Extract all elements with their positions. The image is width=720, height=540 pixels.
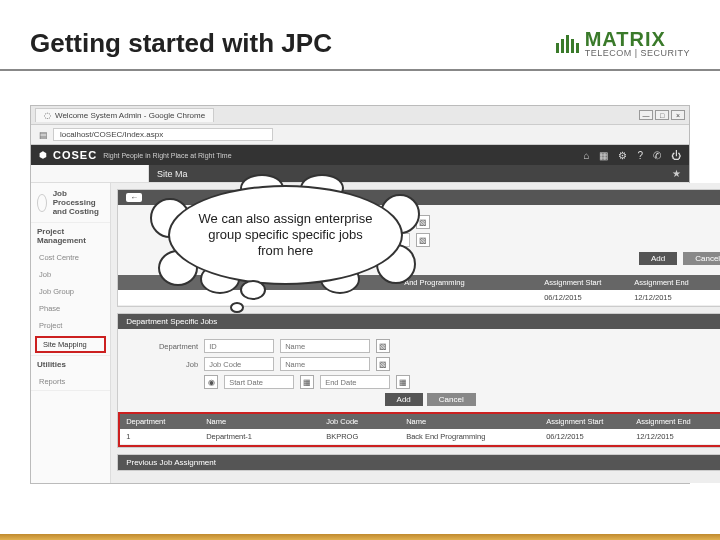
tab-title: Welcome System Admin - Google Chrome bbox=[55, 111, 205, 120]
logo-main-text: MATRIX bbox=[585, 29, 690, 49]
slide-bottom-border bbox=[0, 534, 720, 540]
nav-subgroup-pm[interactable]: Project Management bbox=[31, 223, 110, 249]
g2h3: Job Code bbox=[320, 414, 400, 429]
lookup-icon[interactable]: ▧ bbox=[376, 357, 390, 371]
radio-icon[interactable]: ◉ bbox=[204, 375, 218, 389]
g2r1c4: Back End Programming bbox=[400, 429, 540, 444]
grid2-row[interactable]: 1 Department-1 BKPROG Back End Programmi… bbox=[120, 429, 720, 445]
jpc-icon bbox=[37, 194, 47, 212]
g1h6: Assignment End bbox=[628, 275, 718, 290]
help-icon[interactable]: ? bbox=[637, 150, 643, 161]
callout-cloud: We can also assign enterprise group spec… bbox=[150, 180, 420, 310]
callout-text: We can also assign enterprise group spec… bbox=[168, 185, 403, 285]
grid2-header: Department Name Job Code Name Assignment… bbox=[120, 414, 720, 429]
g2h5: Assignment Start bbox=[540, 414, 630, 429]
cloud-tail-icon bbox=[240, 280, 266, 300]
job-label: Job bbox=[128, 360, 198, 369]
g2r1c3: BKPROG bbox=[320, 429, 400, 444]
url-field[interactable]: localhost/COSEC/Index.aspx bbox=[53, 128, 273, 141]
dept-start-input[interactable] bbox=[224, 375, 294, 389]
calendar-icon[interactable]: ▦ bbox=[300, 375, 314, 389]
settings-icon[interactable]: ⚙ bbox=[618, 150, 627, 161]
panel-prev-title: Previous Job Assignment bbox=[126, 458, 216, 467]
phone-icon[interactable]: ✆ bbox=[653, 150, 661, 161]
nav-item-cost-centre[interactable]: Cost Centre bbox=[31, 249, 110, 266]
logo-bars-icon bbox=[556, 35, 579, 53]
grid-icon[interactable]: ▦ bbox=[599, 150, 608, 161]
g2h2: Name bbox=[200, 414, 320, 429]
sec-left-blank bbox=[31, 165, 149, 182]
chrome-tabbar: ◌ Welcome System Admin - Google Chrome —… bbox=[31, 106, 689, 125]
job-name-input[interactable] bbox=[280, 357, 370, 371]
dept-add-button[interactable]: Add bbox=[385, 393, 423, 406]
window-close-button[interactable]: × bbox=[671, 110, 685, 120]
g2r1c1: 1 bbox=[120, 429, 200, 444]
brand-tagline: Right People in Right Place at Right Tim… bbox=[103, 152, 231, 159]
power-icon[interactable]: ⏻ bbox=[671, 150, 681, 161]
calendar-icon[interactable]: ▦ bbox=[396, 375, 410, 389]
dept-cancel-button[interactable]: Cancel bbox=[427, 393, 476, 406]
dept-grid-highlight: Department Name Job Code Name Assignment… bbox=[118, 412, 720, 447]
home-icon[interactable]: ⌂ bbox=[583, 150, 589, 161]
panel-dept-head: Department Specific Jobs bbox=[118, 314, 720, 329]
g2h1: Department bbox=[120, 414, 200, 429]
nav-item-site-mapping[interactable]: Site Mapping bbox=[35, 336, 106, 353]
g1h5: Assignment Start bbox=[538, 275, 628, 290]
logo-sub-text: TELECOM | SECURITY bbox=[585, 49, 690, 58]
panel-prev-jobs: Previous Job Assignment bbox=[117, 454, 720, 471]
nav-item-reports[interactable]: Reports bbox=[31, 373, 110, 390]
lookup-icon[interactable]: ▧ bbox=[376, 339, 390, 353]
g1r1-end: 12/12/2015 bbox=[628, 290, 718, 305]
dept-name-input[interactable] bbox=[280, 339, 370, 353]
add-button[interactable]: Add bbox=[639, 252, 677, 265]
favorite-icon[interactable]: ★ bbox=[672, 168, 681, 179]
left-nav: Job Processing and Costing Project Manag… bbox=[31, 183, 111, 483]
nav-group-jpc[interactable]: Job Processing and Costing bbox=[31, 183, 110, 222]
page-title: Site Ma bbox=[157, 169, 188, 179]
slide-header: Getting started with JPC MATRIX TELECOM … bbox=[0, 0, 720, 71]
cloud-tail-icon bbox=[230, 302, 244, 313]
nav-item-job[interactable]: Job bbox=[31, 266, 110, 283]
browser-tab[interactable]: ◌ Welcome System Admin - Google Chrome bbox=[35, 108, 214, 122]
app-header: ⬢ COSEC Right People in Right Place at R… bbox=[31, 145, 689, 165]
window-maximize-button[interactable]: □ bbox=[655, 110, 669, 120]
g1r1-start: 06/12/2015 bbox=[538, 290, 628, 305]
nav-item-project[interactable]: Project bbox=[31, 317, 110, 334]
brand-name: COSEC bbox=[53, 149, 97, 161]
app-brand: ⬢ COSEC Right People in Right Place at R… bbox=[39, 149, 232, 161]
page-icon: ▤ bbox=[37, 129, 49, 141]
g2h6: Assignment End bbox=[630, 414, 720, 429]
nav-group-jpc-label: Job Processing and Costing bbox=[53, 189, 105, 216]
tab-favicon-icon: ◌ bbox=[44, 111, 51, 120]
nav-item-job-group[interactable]: Job Group bbox=[31, 283, 110, 300]
dept-id-input[interactable] bbox=[204, 339, 274, 353]
panel-dept-title: Department Specific Jobs bbox=[126, 317, 217, 326]
brand-logo-icon: ⬢ bbox=[39, 150, 47, 160]
panel-prev-head[interactable]: Previous Job Assignment bbox=[118, 455, 720, 470]
g2r1c5: 06/12/2015 bbox=[540, 429, 630, 444]
matrix-logo: MATRIX TELECOM | SECURITY bbox=[556, 29, 690, 58]
dept-label: Department bbox=[128, 342, 198, 351]
slide-title: Getting started with JPC bbox=[30, 28, 332, 59]
g2r1c6: 12/12/2015 bbox=[630, 429, 720, 444]
chrome-address-bar: ▤ localhost/COSEC/Index.aspx bbox=[31, 125, 689, 145]
window-minimize-button[interactable]: — bbox=[639, 110, 653, 120]
panel-dept-jobs: Department Specific Jobs Department ▧ Jo… bbox=[117, 313, 720, 448]
nav-item-phase[interactable]: Phase bbox=[31, 300, 110, 317]
dept-end-input[interactable] bbox=[320, 375, 390, 389]
back-button[interactable]: ← bbox=[126, 193, 142, 202]
job-code-input[interactable] bbox=[204, 357, 274, 371]
cancel-button[interactable]: Cancel bbox=[683, 252, 720, 265]
g2r1c2: Department-1 bbox=[200, 429, 320, 444]
nav-subgroup-utilities[interactable]: Utilities bbox=[31, 356, 110, 373]
g2h4: Name bbox=[400, 414, 540, 429]
